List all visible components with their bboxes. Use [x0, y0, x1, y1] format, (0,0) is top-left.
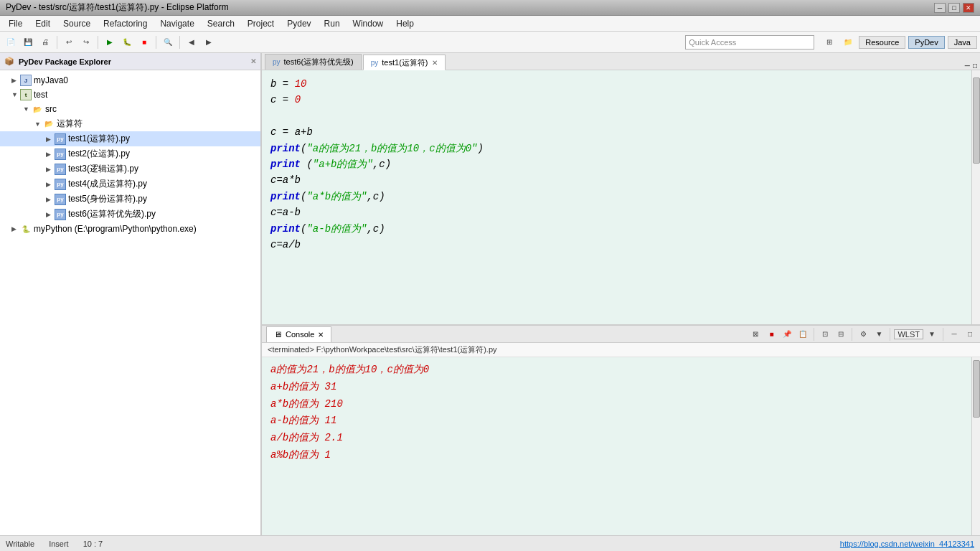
menu-search[interactable]: Search: [202, 17, 240, 30]
console-clear-icon[interactable]: ⊠: [748, 327, 763, 342]
toolbar-debug[interactable]: 🐛: [119, 34, 135, 50]
console-copy-icon[interactable]: 📋: [796, 327, 810, 342]
console-output-line: a的值为21，b的值为10，c的值为0: [270, 362, 963, 379]
tab-test1[interactable]: py test1(运算符) ✕: [363, 55, 446, 70]
expand-arrow: ▶: [46, 166, 55, 173]
menu-refactoring[interactable]: Refactoring: [98, 17, 153, 30]
minimize-button[interactable]: ─: [934, 3, 946, 13]
tree-item-test4[interactable]: ▶ py test4(成员运算符).py: [0, 176, 260, 192]
toolbar-prev[interactable]: ◀: [184, 34, 199, 50]
console-expand-icon[interactable]: ⊡: [818, 327, 832, 342]
menu-run[interactable]: Run: [319, 17, 346, 30]
toolbar-undo[interactable]: ↩: [61, 34, 77, 50]
tab-close-icon[interactable]: ✕: [432, 59, 438, 67]
console-pin-icon[interactable]: 📌: [780, 327, 794, 342]
toolbar-new[interactable]: 📄: [3, 34, 19, 50]
code-line: print("a的值为21，b的值为10，c的值为0"): [270, 141, 963, 156]
menu-navigate[interactable]: Navigate: [154, 17, 199, 30]
toolbar-stop[interactable]: ■: [136, 34, 152, 50]
menu-pydev[interactable]: Pydev: [281, 17, 316, 30]
tree-item-myjava0[interactable]: ▶ J myJava0: [0, 73, 260, 88]
toolbar-search[interactable]: 🔍: [160, 34, 176, 50]
code-line: print ("a+b的值为",c): [270, 156, 963, 172]
console-minimize-icon[interactable]: ─: [947, 327, 961, 342]
toolbar-sep2: [98, 36, 98, 49]
console-output-line: a/b的值为 2.1: [270, 430, 963, 447]
console-area: 🖥 Console ✕ ⊠ ■ 📌 📋 ⊡ ⊟ ⚙ ▼: [262, 326, 980, 535]
menu-project[interactable]: Project: [242, 17, 280, 30]
console-stop-icon[interactable]: ■: [764, 327, 778, 342]
tree-item-test5[interactable]: ▶ py test5(身份运算符).py: [0, 192, 260, 207]
perspective-pydev[interactable]: PyDev: [908, 36, 944, 49]
console-scrollbar[interactable]: [971, 357, 980, 535]
wlst-dropdown[interactable]: ▼: [925, 327, 939, 342]
tree-item-test[interactable]: ▼ t test: [0, 88, 260, 102]
toolbar-next[interactable]: ▶: [201, 34, 217, 50]
code-line: c = 0: [270, 92, 963, 108]
toolbar-resource-icon[interactable]: 📁: [840, 34, 856, 50]
tree-label: test5(身份运算符).py: [68, 193, 147, 205]
expand-arrow: ▼: [23, 105, 32, 113]
console-output-line: a%b的值为 1: [270, 447, 963, 464]
editor-scrollbar[interactable]: [971, 70, 980, 324]
console-scrollbar-thumb[interactable]: [973, 360, 980, 418]
expand-arrow: ▶: [11, 225, 20, 232]
py-icon: py: [55, 209, 66, 220]
expand-arrow: ▶: [46, 196, 55, 203]
tree-label: src: [45, 104, 57, 114]
tree-label: test4(成员运算符).py: [68, 178, 147, 190]
editor-maximize-icon[interactable]: □: [973, 62, 977, 70]
menu-edit[interactable]: Edit: [29, 17, 56, 30]
expand-arrow: ▶: [11, 77, 20, 84]
console-dropdown-icon[interactable]: ▼: [872, 327, 886, 342]
menu-bar: File Edit Source Refactoring Navigate Se…: [0, 16, 980, 32]
tree-item-test6[interactable]: ▶ py test6(运算符优先级).py: [0, 207, 260, 222]
py-icon: py: [55, 164, 66, 175]
menu-help[interactable]: Help: [390, 17, 420, 30]
quick-access-input[interactable]: Quick Access: [685, 35, 814, 50]
tree-label: test6(运算符优先级).py: [68, 208, 156, 220]
tree-item-test3[interactable]: ▶ py test3(逻辑运算).py: [0, 161, 260, 176]
code-line: c=a/b: [270, 237, 963, 253]
menu-window[interactable]: Window: [347, 17, 390, 30]
tree-label: myPython (E:\program\Python\python.exe): [34, 224, 197, 234]
editor-minimize-icon[interactable]: ─: [965, 62, 970, 70]
console-tab[interactable]: 🖥 Console ✕: [266, 326, 331, 342]
tab-label: test1(运算符): [382, 57, 428, 68]
console-maximize-icon[interactable]: □: [963, 327, 977, 342]
tree-item-test1[interactable]: ▶ py test1(运算符).py: [0, 131, 260, 146]
console-status-text: <terminated> F:\pythonWorkpace\test\src\…: [268, 345, 497, 354]
toolbar-open-perspective[interactable]: ⊞: [821, 34, 837, 50]
toolbar-save[interactable]: 💾: [20, 34, 36, 50]
maximize-button[interactable]: □: [948, 3, 960, 13]
perspective-java[interactable]: Java: [948, 36, 977, 49]
toolbar-sep3: [156, 36, 156, 49]
tree-item-test2[interactable]: ▶ py test2(位运算).py: [0, 146, 260, 161]
menu-source[interactable]: Source: [57, 17, 96, 30]
editor-content[interactable]: b = 10 c = 0 c = a+b print("a的值为21，b的值为1…: [262, 70, 971, 324]
menu-file[interactable]: File: [3, 17, 28, 30]
console-settings-icon[interactable]: ⚙: [856, 327, 870, 342]
sep: [890, 328, 890, 341]
tree-item-mypython[interactable]: ▶ 🐍 myPython (E:\program\Python\python.e…: [0, 222, 260, 236]
scrollbar-thumb[interactable]: [973, 77, 980, 164]
editor-tabs: py test6(运算符优先级) py test1(运算符) ✕ ─ □: [262, 53, 980, 70]
perspective-resource[interactable]: Resource: [859, 36, 905, 49]
toolbar-run[interactable]: ▶: [102, 34, 118, 50]
tab-test6[interactable]: py test6(运算符优先级): [265, 54, 362, 70]
console-output[interactable]: a的值为21，b的值为10，c的值为0 a+b的值为 31 a*b的值为 210…: [262, 357, 971, 535]
expand-arrow: ▶: [46, 211, 55, 218]
tree-item-folder[interactable]: ▼ 📂 运算符: [0, 116, 260, 131]
console-collapse-icon[interactable]: ⊟: [834, 327, 848, 342]
close-button[interactable]: ✕: [963, 3, 974, 13]
tree-label: test: [34, 90, 47, 100]
console-tab-close[interactable]: ✕: [318, 331, 324, 339]
code-line: c=a-b: [270, 204, 963, 220]
py-icon: py: [55, 133, 66, 145]
toolbar-redo[interactable]: ↪: [78, 34, 94, 50]
tree-item-src[interactable]: ▼ 📂 src: [0, 102, 260, 116]
console-tabs: 🖥 Console ✕ ⊠ ■ 📌 📋 ⊡ ⊟ ⚙ ▼: [262, 326, 980, 343]
code-line: print("a*b的值为",c): [270, 189, 963, 204]
empty-line: [270, 108, 963, 124]
toolbar-print[interactable]: 🖨: [37, 34, 53, 50]
